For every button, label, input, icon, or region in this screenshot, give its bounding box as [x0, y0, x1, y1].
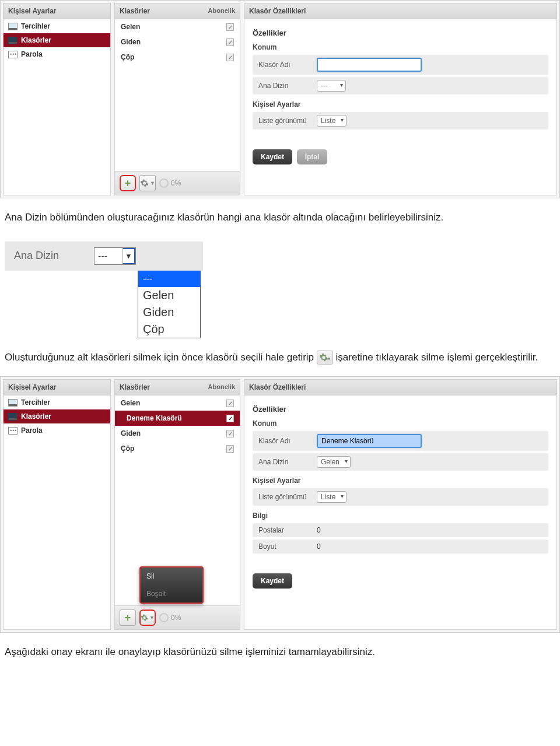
section-bilgi: Bilgi	[253, 512, 548, 520]
panel-folder-props: Klasör Özellikleri Özellikler Konum Klas…	[244, 3, 557, 195]
klasor-adi-input[interactable]	[317, 434, 422, 448]
nav-label: Klasörler	[21, 412, 51, 421]
password-icon	[8, 51, 18, 58]
liste-gorunumu-select[interactable]: Liste	[317, 491, 346, 503]
ana-dizin-label: Ana Dizin	[258, 82, 317, 90]
save-button[interactable]: Kaydet	[253, 149, 292, 164]
quota-label: 0%	[171, 614, 181, 622]
subscribe-checkbox[interactable]: ✓	[226, 400, 234, 407]
folder-icon	[8, 413, 18, 421]
panel-props-title: Klasör Özellikleri	[249, 7, 306, 15]
folder-gelen[interactable]: Gelen ✓	[115, 19, 240, 34]
folder-actions-button[interactable]: ▼	[139, 610, 156, 626]
nav-label: Klasörler	[21, 36, 51, 44]
folder-gelen[interactable]: Gelen ✓	[115, 395, 240, 411]
monitor-icon	[8, 23, 18, 30]
anadizin-option-blank[interactable]: ---	[138, 271, 200, 287]
row-liste-gorunumu: Liste görünümü Liste	[253, 112, 548, 129]
ana-dizin-label: Ana Dizin	[258, 458, 317, 466]
menu-item-sil[interactable]: Sil	[141, 568, 202, 585]
panel-folders-header: Klasörler Abonelik	[115, 380, 240, 395]
folder-label: Giden	[121, 429, 141, 437]
subscribe-checkbox[interactable]: ✓	[226, 445, 234, 453]
panel-folders-header: Klasörler Abonelik	[115, 3, 240, 19]
para2-post: işaretine tıklayarak silme işlemi gerçek…	[336, 352, 538, 363]
anadizin-option-gelen[interactable]: Gelen	[138, 287, 200, 304]
add-folder-button[interactable]: +	[120, 610, 136, 626]
klasor-adi-label: Klasör Adı	[258, 61, 317, 69]
nav-klasorler[interactable]: Klasörler	[4, 409, 110, 423]
boyut-label: Boyut	[258, 542, 317, 551]
postalar-value: 0	[317, 526, 321, 534]
caret-down-icon: ▼	[150, 180, 155, 186]
anadizin-dropdown-demo: Ana Dizin --- ▼ --- Gelen Giden Çöp	[0, 237, 560, 338]
subscribe-checkbox[interactable]: ✓	[226, 38, 234, 46]
cancel-button[interactable]: İptal	[297, 149, 328, 164]
nav-tercihler[interactable]: Tercihler	[4, 19, 110, 33]
klasor-adi-label: Klasör Adı	[258, 437, 317, 445]
quota-indicator: 0%	[159, 178, 181, 188]
ana-dizin-select[interactable]: Gelen	[317, 456, 351, 468]
nav-klasorler[interactable]: Klasörler	[4, 33, 110, 47]
panel-folders-title: Klasörler	[120, 383, 150, 391]
gear-icon	[141, 613, 148, 622]
nav-tercihler[interactable]: Tercihler	[4, 395, 110, 409]
folder-cop[interactable]: Çöp ✓	[115, 50, 240, 65]
folder-giden[interactable]: Giden ✓	[115, 34, 240, 50]
boyut-value: 0	[317, 542, 321, 551]
folder-toolbar: + ▼ 0%	[115, 605, 240, 629]
nav-parola[interactable]: Parola	[4, 423, 110, 437]
dropdown-arrow-icon: ▼	[123, 248, 135, 264]
folder-cop[interactable]: Çöp ✓	[115, 441, 240, 456]
anadizin-options-list: --- Gelen Giden Çöp	[138, 271, 201, 338]
screenshot-delete-folder: Kişisel Ayarlar Tercihler Klasörler Paro…	[0, 376, 560, 633]
subscribe-checkbox[interactable]: ✓	[226, 430, 234, 437]
panel-folders-sub: Abonelik	[208, 383, 235, 391]
anadizin-option-cop[interactable]: Çöp	[138, 321, 200, 338]
folder-actions-button[interactable]: ▼	[139, 175, 156, 191]
folder-toolbar: + ▼ 0%	[115, 171, 240, 195]
quota-circle-icon	[159, 613, 169, 622]
liste-gorunumu-label: Liste görünümü	[258, 117, 317, 125]
row-klasor-adi: Klasör Adı	[253, 431, 548, 451]
add-folder-button[interactable]: +	[120, 175, 136, 191]
row-ana-dizin: Ana Dizin ---	[253, 77, 548, 94]
section-konum: Konum	[253, 419, 548, 428]
row-liste-gorunumu: Liste görünümü Liste	[253, 488, 548, 506]
liste-gorunumu-select[interactable]: Liste	[317, 115, 346, 127]
klasor-adi-input[interactable]	[317, 58, 422, 72]
quota-label: 0%	[171, 179, 181, 187]
row-boyut: Boyut 0	[253, 540, 548, 554]
folder-giden[interactable]: Giden ✓	[115, 426, 240, 441]
panel-props-title: Klasör Özellikleri	[249, 383, 306, 391]
panel-props-header: Klasör Özellikleri	[244, 380, 556, 395]
password-icon	[8, 427, 18, 435]
panel-settings-title: Kişisel Ayarlar	[8, 7, 57, 15]
row-ana-dizin: Ana Dizin Gelen	[253, 453, 548, 471]
instruction-text-anadizin: Ana Dizin bölümünden oluşturacağınız kla…	[0, 198, 560, 237]
nav-parola[interactable]: Parola	[4, 47, 110, 61]
panel-props-header: Klasör Özellikleri	[244, 3, 556, 19]
subscribe-checkbox[interactable]: ✓	[226, 23, 234, 31]
quota-circle-icon	[159, 178, 169, 188]
ana-dizin-select[interactable]: ---	[317, 80, 346, 92]
subscribe-checkbox[interactable]: ✓	[226, 415, 234, 422]
anadizin-option-giden[interactable]: Giden	[138, 304, 200, 321]
anadizin-select-closed[interactable]: --- ▼	[94, 247, 136, 265]
nav-label: Parola	[21, 50, 43, 58]
panel-folders: Klasörler Abonelik Gelen ✓ Giden ✓ Çöp ✓…	[114, 3, 240, 195]
folder-deneme[interactable]: Deneme Klasörü ✓	[115, 411, 240, 426]
save-button[interactable]: Kaydet	[253, 573, 292, 589]
gear-dropdown-inline-icon: ▼	[317, 351, 333, 365]
subscribe-checkbox[interactable]: ✓	[226, 54, 234, 61]
caret-down-icon: ▼	[149, 615, 155, 621]
nav-label: Parola	[21, 426, 43, 435]
folder-label: Çöp	[121, 444, 134, 453]
section-kisisel: Kişisel Ayarlar	[253, 100, 548, 108]
button-row: Kaydet	[253, 556, 548, 594]
folder-label: Deneme Klasörü	[127, 414, 182, 422]
instruction-text-confirm: Aşağıdaki onay ekranı ile onaylayıp klas…	[0, 633, 560, 671]
row-postalar: Postalar 0	[253, 523, 548, 537]
panel-folders-sub: Abonelik	[208, 7, 235, 15]
anadizin-selected: ---	[94, 251, 107, 261]
